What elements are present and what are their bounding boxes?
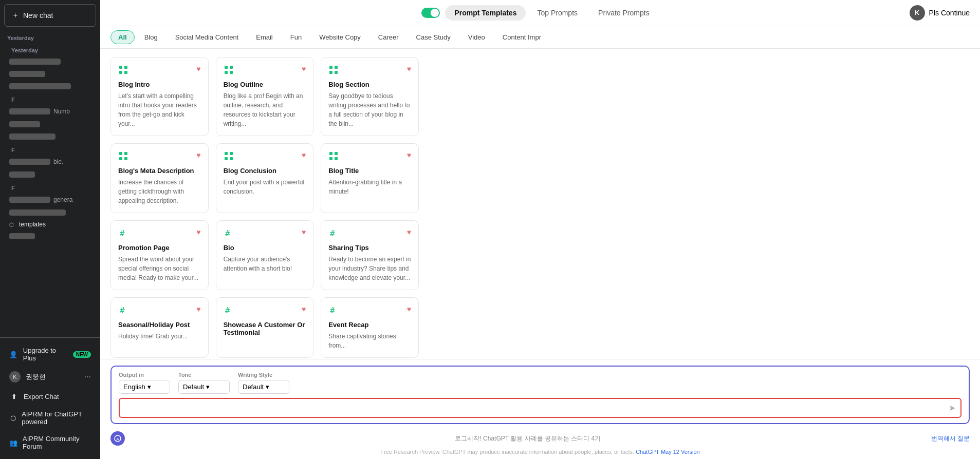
template-card[interactable]: # ♥ Event Recap Share captivating storie… [321, 297, 419, 358]
card-header: # ♥ [328, 228, 411, 241]
card-desc: Capture your audience's attention with a… [224, 255, 306, 273]
template-card[interactable]: # ♥ Promotion Page Spread the word about… [110, 220, 209, 290]
template-card[interactable]: ♥ Blog Title Attention-grabbing title in… [321, 143, 419, 213]
template-card[interactable]: # ♥ Sharing Tips Ready to become an expe… [321, 220, 419, 290]
template-card[interactable]: # ♥ Bio Capture your audience's attentio… [216, 220, 314, 290]
template-card[interactable]: ♥ Blog Outline Blog like a pro! Begin wi… [216, 57, 314, 136]
filter-tab[interactable]: Content Impr [495, 30, 549, 44]
card-heart-icon[interactable]: ♥ [196, 151, 200, 159]
aiprm-item[interactable]: ⬡ AIPRM for ChatGPT powered [4, 406, 96, 430]
hash-icon: # [328, 305, 339, 318]
filter-tab[interactable]: Case Study [409, 30, 458, 44]
hash-icon: # [224, 305, 234, 318]
writing-style-select[interactable]: Default ▾ [238, 380, 289, 394]
community-item[interactable]: 👥 AIPRM Community Forum [4, 430, 96, 455]
user-menu-button[interactable]: ··· [84, 372, 91, 381]
history-item[interactable] [4, 55, 96, 68]
user-row[interactable]: K 권웅현 ··· [4, 367, 96, 387]
aiprm-bottom-icon[interactable]: A [110, 431, 125, 446]
text-input-row: ➤ [119, 398, 961, 418]
svg-rect-21 [335, 152, 338, 155]
card-heart-icon[interactable]: ♥ [407, 305, 411, 313]
template-card[interactable]: ♥ Blog Section Say goodbye to tedious wr… [321, 57, 419, 136]
filter-tab[interactable]: Social Media Content [168, 30, 247, 44]
hash-icon: # [328, 228, 339, 241]
grid-icon [118, 65, 128, 78]
svg-rect-8 [329, 66, 332, 69]
yesterday-label: Yesterday [0, 31, 100, 43]
history-item[interactable] [4, 68, 96, 80]
send-button[interactable]: ➤ [949, 403, 955, 413]
svg-text:#: # [330, 305, 335, 315]
history-item[interactable] [4, 168, 96, 181]
svg-text:#: # [225, 305, 230, 315]
templates-item[interactable]: ⬡ templates [4, 219, 96, 230]
card-heart-icon[interactable]: ♥ [196, 305, 200, 313]
filter-tab[interactable]: Career [371, 30, 406, 44]
filter-tab[interactable]: Video [460, 30, 493, 44]
card-heart-icon[interactable]: ♥ [302, 228, 306, 236]
template-card[interactable]: ♥ Blog Conclusion End your post with a p… [216, 143, 314, 213]
card-heart-icon[interactable]: ♥ [407, 65, 411, 73]
svg-rect-23 [335, 157, 338, 160]
filter-tab[interactable]: All [110, 30, 135, 44]
history-item[interactable] [4, 118, 96, 130]
new-chat-button[interactable]: ＋ New chat [4, 4, 96, 27]
card-desc: Spread the word about your special offer… [118, 255, 201, 282]
card-heart-icon[interactable]: ♥ [302, 305, 306, 313]
output-control: Output in English ▾ [119, 372, 170, 394]
export-chat-item[interactable]: ⬆ Export Chat [4, 387, 96, 406]
top-right: K Pls Continue [910, 5, 970, 21]
user-plus-icon: 👤 [9, 350, 18, 359]
history-item[interactable] [4, 230, 96, 242]
card-desc: Let's start with a compelling intro that… [118, 91, 201, 128]
tone-select[interactable]: Default ▾ [178, 380, 230, 394]
translate-link[interactable]: 번역해서 질문 [931, 434, 970, 443]
output-select[interactable]: English ▾ [119, 380, 170, 394]
chat-input[interactable] [125, 404, 945, 412]
card-desc: End your post with a powerful conclusion… [224, 178, 306, 196]
history-item[interactable]: ble. [4, 155, 96, 168]
card-heart-icon[interactable]: ♥ [302, 151, 306, 159]
history-item[interactable] [4, 206, 96, 219]
card-heart-icon[interactable]: ♥ [407, 228, 411, 236]
card-heart-icon[interactable]: ♥ [407, 151, 411, 159]
filter-tab[interactable]: Website Copy [311, 30, 368, 44]
template-card[interactable]: # ♥ Seasonal/Holiday Post Holiday time! … [110, 297, 209, 358]
card-heart-icon[interactable]: ♥ [196, 228, 200, 236]
aiprm-label: AIPRM for ChatGPT powered [22, 410, 91, 426]
nav-tab[interactable]: Top Prompts [528, 5, 587, 21]
svg-text:#: # [330, 228, 335, 238]
main-content: Prompt TemplatesTop PromptsPrivate Promp… [100, 0, 980, 459]
card-heart-icon[interactable]: ♥ [196, 65, 200, 73]
bottom-area: Output in English ▾ Tone Default ▾ Writi… [100, 359, 980, 428]
user-name: 권웅현 [26, 372, 46, 381]
svg-rect-11 [335, 71, 338, 74]
card-desc: Increase the chances of getting clickthr… [118, 178, 201, 205]
nav-tab[interactable]: Private Prompts [589, 5, 659, 21]
template-card[interactable]: ♥ Blog Intro Let's start with a compelli… [110, 57, 209, 136]
card-header: # ♥ [118, 228, 201, 241]
history-section-label: F [4, 181, 96, 193]
template-card[interactable]: # ♥ Showcase A Customer Or Testimonial [216, 297, 314, 358]
filter-tab[interactable]: Fun [283, 30, 309, 44]
footer-link[interactable]: ChatGPT May 12 Version [636, 449, 700, 455]
card-heart-icon[interactable]: ♥ [302, 65, 306, 73]
bottom-meta: A 로그시작! ChatGPT 활용 사례를 공유하는 스터디 4기 번역해서 … [100, 428, 980, 447]
hash-icon: # [224, 228, 234, 241]
history-section-label: F [4, 92, 96, 105]
input-controls: Output in English ▾ Tone Default ▾ Writi… [110, 366, 970, 424]
history-item[interactable] [4, 130, 96, 143]
filter-tab[interactable]: Blog [137, 30, 165, 44]
filter-tab[interactable]: Email [248, 30, 281, 44]
nav-tab[interactable]: Prompt Templates [445, 5, 526, 21]
history-item[interactable] [4, 80, 96, 92]
card-header: ♥ [224, 65, 306, 78]
history-item[interactable]: genera [4, 193, 96, 206]
svg-rect-3 [124, 71, 127, 74]
cards-area: ♥ Blog Intro Let's start with a compelli… [100, 49, 980, 359]
template-card[interactable]: ♥ Blog's Meta Description Increase the c… [110, 143, 209, 213]
toggle-switch[interactable] [421, 8, 440, 18]
history-item[interactable]: Numb [4, 105, 96, 118]
upgrade-to-plus-item[interactable]: 👤 Upgrade to Plus NEW [4, 342, 96, 367]
